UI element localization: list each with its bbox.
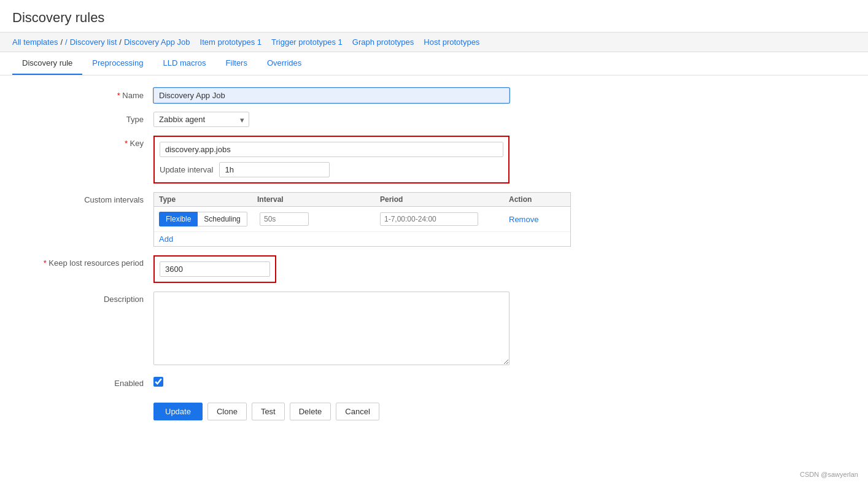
name-row: Name (18, 88, 850, 103)
key-update-wrapper: Update interval (153, 136, 510, 184)
name-input[interactable] (153, 88, 510, 103)
ci-data-row: Flexible Scheduling Remove (154, 207, 570, 231)
delete-button[interactable]: Delete (290, 403, 331, 420)
page-header: Discovery rules (0, 0, 868, 32)
keep-lost-label: Keep lost resources period (18, 255, 153, 268)
tab-discovery-rule[interactable]: Discovery rule (12, 52, 82, 75)
ci-action-cell: Remove (509, 215, 565, 224)
breadcrumb-item-prototypes[interactable]: Item prototypes 1 (200, 37, 262, 47)
description-row: Description (18, 292, 850, 367)
enabled-checkbox[interactable] (153, 377, 163, 387)
breadcrumb-trigger-prototypes[interactable]: Trigger prototypes 1 (271, 37, 343, 47)
breadcrumb-graph-prototypes[interactable]: Graph prototypes (352, 37, 414, 47)
btn-scheduling[interactable]: Scheduling (198, 212, 247, 226)
custom-intervals-field: Type Interval Period Action Flexible Sch… (153, 192, 510, 247)
key-label: Key (18, 136, 153, 148)
breadcrumb-wg-template[interactable]: / (65, 37, 68, 47)
update-interval-input[interactable] (219, 162, 330, 177)
custom-intervals-table: Type Interval Period Action Flexible Sch… (153, 192, 571, 247)
breadcrumb-discovery-list[interactable]: Discovery list (70, 37, 117, 47)
btn-flexible[interactable]: Flexible (159, 212, 198, 226)
description-textarea[interactable] (153, 292, 510, 365)
form: Name Type Zabbix agent Zabbix agent (act… (0, 75, 868, 439)
custom-intervals-label: Custom intervals (18, 192, 153, 204)
type-select[interactable]: Zabbix agent Zabbix agent (active) SNMP (153, 112, 249, 127)
ci-type-header: Type (159, 195, 257, 204)
key-field-wrapper (160, 142, 503, 157)
key-input[interactable] (160, 142, 503, 157)
ci-header-row: Type Interval Period Action (154, 193, 570, 207)
tab-bar: Discovery rule Preprocessing LLD macros … (0, 52, 868, 75)
ci-period-input[interactable] (380, 212, 478, 226)
ci-footer: Add (154, 231, 570, 246)
ci-period-cell (380, 212, 509, 226)
enabled-checkbox-wrapper (153, 376, 510, 387)
type-label: Type (18, 112, 153, 124)
type-field: Zabbix agent Zabbix agent (active) SNMP (153, 112, 510, 127)
ci-interval-header: Interval (257, 195, 380, 204)
custom-intervals-row: Custom intervals Type Interval Period Ac… (18, 192, 850, 247)
tab-lld-macros[interactable]: LLD macros (153, 52, 215, 75)
ci-action-header: Action (509, 195, 565, 204)
ci-type-cell: Flexible Scheduling (159, 212, 257, 226)
description-field (153, 292, 510, 367)
name-field (153, 88, 510, 103)
btn-remove[interactable]: Remove (509, 215, 538, 224)
tab-preprocessing[interactable]: Preprocessing (82, 52, 153, 75)
cancel-button[interactable]: Cancel (336, 403, 379, 420)
enabled-label: Enabled (18, 376, 153, 388)
keep-lost-row: Keep lost resources period (18, 255, 850, 283)
keep-lost-field (153, 255, 510, 283)
enabled-field (153, 376, 510, 387)
breadcrumb: All templates / / Discovery list / Disco… (0, 32, 868, 52)
ci-interval-cell (257, 212, 380, 226)
type-row: Type Zabbix agent Zabbix agent (active) … (18, 112, 850, 127)
enabled-row: Enabled (18, 376, 850, 388)
test-button[interactable]: Test (252, 403, 285, 420)
keep-lost-input[interactable] (160, 261, 270, 277)
action-buttons: Update Clone Test Delete Cancel (18, 396, 850, 427)
btn-add[interactable]: Add (159, 234, 173, 244)
description-label: Description (18, 292, 153, 304)
ci-period-header: Period (380, 195, 509, 204)
update-button[interactable]: Update (153, 403, 203, 420)
tab-overrides[interactable]: Overrides (257, 52, 311, 75)
type-select-wrapper: Zabbix agent Zabbix agent (active) SNMP (153, 112, 249, 127)
name-label: Name (18, 88, 153, 100)
tab-filters[interactable]: Filters (216, 52, 257, 75)
breadcrumb-sep-2: / (119, 37, 122, 47)
breadcrumb-all-templates[interactable]: All templates (12, 37, 58, 47)
breadcrumb-host-prototypes[interactable]: Host prototypes (424, 37, 479, 47)
update-interval-wrapper: Update interval (160, 162, 503, 177)
update-interval-label: Update interval (160, 165, 213, 174)
key-update-row: Key Update interval (18, 136, 850, 184)
breadcrumb-discovery-app-job: Discovery App Job (124, 37, 190, 47)
ci-interval-input[interactable] (260, 212, 309, 226)
clone-button[interactable]: Clone (207, 403, 247, 420)
keep-lost-outline (153, 255, 276, 283)
page-title: Discovery rules (12, 10, 856, 26)
breadcrumb-sep-1: / (60, 37, 63, 47)
